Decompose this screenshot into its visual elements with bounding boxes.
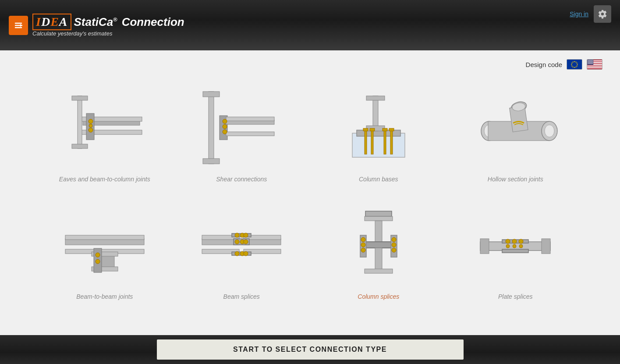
svg-point-13 [573, 61, 574, 62]
connection-item-column-bases[interactable]: Column bases [312, 78, 445, 187]
svg-point-47 [592, 63, 593, 64]
svg-point-42 [591, 62, 592, 63]
svg-point-102 [96, 259, 100, 264]
svg-point-28 [591, 60, 592, 61]
svg-point-71 [223, 124, 227, 129]
connection-grid: Eaves and beam-to-column joints [39, 78, 582, 304]
svg-rect-79 [371, 130, 373, 154]
idea-logo: IDEA [32, 14, 71, 30]
svg-point-118 [235, 251, 239, 256]
svg-rect-78 [365, 130, 367, 154]
svg-point-6 [577, 65, 577, 66]
hollow-image [467, 83, 563, 170]
menu-button[interactable] [9, 16, 28, 35]
us-flag-button[interactable] [587, 59, 602, 70]
svg-rect-122 [365, 216, 393, 221]
eu-flag-button[interactable] [567, 59, 582, 70]
svg-point-114 [244, 233, 248, 237]
svg-point-60 [89, 119, 93, 124]
svg-rect-73 [352, 133, 405, 157]
svg-rect-95 [65, 235, 144, 240]
footer: START TO SELECT CONNECTION TYPE [0, 335, 620, 364]
svg-marker-0 [20, 24, 23, 27]
column-splices-label: Column splices [358, 293, 399, 300]
svg-rect-18 [587, 66, 602, 67]
svg-point-33 [591, 61, 592, 62]
connection-item-hollow[interactable]: Hollow section joints [449, 78, 582, 187]
connection-item-beam-splices[interactable]: Beam splices [175, 196, 308, 304]
svg-point-134 [392, 248, 396, 252]
svg-point-44 [588, 63, 589, 64]
svg-point-22 [589, 60, 590, 61]
svg-point-90 [545, 125, 554, 137]
svg-point-4 [577, 63, 577, 64]
header: IDEA StatiCa® Connection Calculate yeste… [0, 0, 620, 50]
svg-point-62 [89, 124, 92, 127]
svg-rect-69 [226, 132, 274, 136]
connection-item-plate-splices[interactable]: Plate splices [449, 196, 582, 304]
svg-point-45 [589, 63, 590, 64]
connection-item-eaves[interactable]: Eaves and beam-to-column joints [39, 78, 171, 187]
svg-rect-56 [78, 96, 82, 148]
plate-splices-image [467, 200, 563, 288]
svg-point-43 [592, 62, 593, 63]
design-code-row: Design code [18, 59, 602, 70]
connection-item-shear[interactable]: Shear connections [175, 78, 308, 187]
svg-point-132 [392, 237, 396, 242]
statica-logo: StatiCa® [74, 15, 117, 29]
beam-splices-image [193, 200, 290, 288]
svg-point-29 [592, 60, 593, 61]
svg-point-52 [592, 64, 593, 64]
svg-point-30 [588, 61, 588, 62]
eaves-label: Eaves and beam-to-column joints [59, 176, 150, 183]
hollow-label: Hollow section joints [488, 176, 543, 183]
svg-rect-136 [480, 239, 489, 254]
svg-point-50 [590, 64, 591, 64]
svg-point-35 [588, 62, 589, 63]
svg-point-144 [513, 244, 516, 248]
settings-button[interactable] [594, 5, 611, 23]
svg-point-131 [361, 248, 365, 252]
svg-point-38 [592, 62, 593, 63]
svg-rect-58 [72, 144, 88, 148]
svg-rect-123 [375, 221, 382, 243]
svg-rect-139 [502, 249, 528, 253]
svg-point-34 [592, 61, 593, 62]
svg-rect-125 [375, 248, 382, 270]
svg-point-129 [361, 237, 365, 242]
svg-rect-124 [365, 242, 393, 248]
svg-rect-126 [365, 269, 393, 273]
svg-point-61 [89, 128, 93, 132]
svg-rect-63 [209, 92, 214, 164]
svg-point-143 [506, 244, 510, 248]
svg-rect-65 [203, 159, 220, 164]
svg-rect-57 [72, 96, 88, 100]
svg-point-117 [244, 240, 248, 244]
svg-point-41 [590, 62, 591, 63]
svg-point-8 [574, 67, 575, 68]
svg-point-5 [577, 64, 577, 65]
svg-point-12 [571, 63, 572, 64]
header-right: Sign in [570, 5, 611, 23]
svg-point-23 [590, 60, 591, 61]
svg-rect-77 [366, 126, 385, 131]
column-bases-image [330, 83, 427, 170]
beam-to-beam-label: Beam-to-beam joints [76, 293, 133, 300]
column-bases-label: Column bases [359, 176, 398, 183]
svg-point-112 [235, 233, 239, 237]
svg-rect-80 [384, 130, 386, 154]
svg-point-72 [223, 130, 227, 134]
svg-point-145 [519, 244, 523, 248]
svg-point-130 [361, 243, 365, 247]
connection-text: Connection [122, 15, 184, 29]
beam-to-beam-image [57, 200, 153, 288]
svg-point-70 [223, 119, 227, 124]
sign-in-button[interactable]: Sign in [570, 11, 588, 18]
start-button[interactable]: START TO SELECT CONNECTION TYPE [157, 339, 464, 360]
connection-item-beam-to-beam[interactable]: Beam-to-beam joints [39, 196, 171, 304]
svg-point-51 [591, 64, 592, 64]
svg-point-32 [590, 61, 591, 62]
connection-item-column-splices[interactable]: Column splices [312, 196, 445, 304]
plate-splices-label: Plate splices [498, 293, 533, 300]
svg-rect-76 [366, 96, 385, 100]
